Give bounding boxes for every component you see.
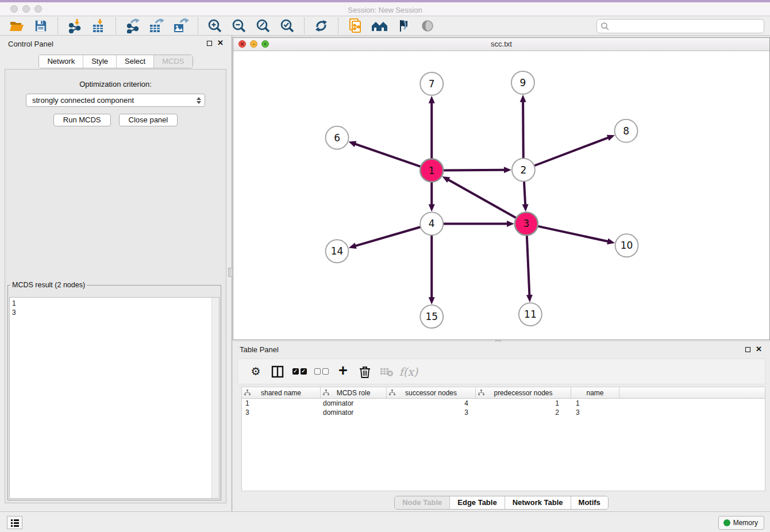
tab-style[interactable]: Style [83,55,117,68]
tab-node-table[interactable]: Node Table [395,496,450,509]
unselect-all-columns-icon[interactable] [311,363,331,380]
graph-edge-3-1[interactable] [448,179,516,218]
zoom-selected-icon[interactable] [279,17,296,34]
export-table-icon[interactable] [148,17,165,34]
svg-text:9: 9 [520,77,526,88]
delete-column-icon[interactable] [355,363,375,380]
graph-edge-3-10[interactable] [537,226,609,242]
select-stepper-icon [197,97,201,104]
graph-edge-arrow-icon [607,135,615,141]
graph-node-11[interactable]: 11 [519,303,542,326]
graph-edge-2-8[interactable] [534,137,609,165]
graph-edge-1-2[interactable] [443,170,505,171]
table-row[interactable]: 3dominator323 [242,408,765,417]
column-header-MCDS-role[interactable]: MCDS role [321,387,387,398]
zoom-out-icon[interactable] [230,17,248,34]
graph-edge-arrow-icon [504,167,511,173]
function-builder-icon[interactable]: f(x) [399,363,418,380]
tab-select[interactable]: Select [117,55,154,68]
graph-node-15[interactable]: 15 [420,305,443,328]
graphics-details-icon[interactable] [395,17,412,34]
application-window: Session: New Session Control [0,0,770,532]
graph-node-7[interactable]: 7 [420,72,443,95]
graph-edge-2-9[interactable] [523,101,523,159]
select-all-columns-icon[interactable]: ✓✓ [290,363,309,380]
table-cell[interactable]: 3 [387,408,476,417]
graph-edge-arrow-icon [526,295,533,302]
tab-network[interactable]: Network [39,55,83,68]
column-header-shared-name[interactable]: shared name [242,387,321,398]
search-input[interactable] [610,21,764,32]
optimization-select[interactable]: strongly connected component [26,94,205,107]
graph-node-2[interactable]: 2 [512,159,535,182]
tab-mcds[interactable]: MCDS [154,55,192,68]
search-field[interactable] [596,19,764,33]
graph-node-3[interactable]: 3 [515,212,538,235]
mcds-result-box[interactable]: 1 3 [9,297,220,499]
close-table-panel-icon[interactable]: ✕ [756,345,762,353]
export-network-icon[interactable] [124,17,141,34]
graph-edge-1-6[interactable] [355,144,421,167]
run-mcds-button[interactable]: Run MCDS [53,114,111,126]
graph-node-14[interactable]: 14 [326,240,349,263]
float-panel-icon[interactable] [207,41,212,46]
refresh-icon[interactable] [313,17,330,34]
graph-node-10[interactable]: 10 [615,234,638,257]
create-column-icon[interactable]: + [333,363,353,380]
list-icon [10,519,20,527]
graph-edge-arrow-icon [522,204,529,211]
task-history-button[interactable] [7,516,22,529]
graph-edge-arrow-icon [429,96,435,103]
graph-node-6[interactable]: 6 [326,126,349,149]
first-neighbors-icon[interactable] [371,17,388,34]
table-cell[interactable]: 4 [387,399,476,408]
graph-node-8[interactable]: 8 [615,119,638,142]
open-session-icon[interactable] [8,17,25,34]
main-toolbar [0,17,770,36]
graph-edge-3-11[interactable] [527,235,530,296]
float-table-panel-icon[interactable] [745,347,750,352]
table-cell[interactable]: 1 [571,399,619,408]
network-canvas[interactable]: 7968124314101511 [233,51,769,340]
svg-text:10: 10 [621,240,633,251]
table-cell[interactable]: 1 [242,399,321,408]
show-columns-icon[interactable] [268,363,287,380]
graph-node-9[interactable]: 9 [511,71,534,94]
zoom-in-icon[interactable] [206,17,224,34]
tab-edge-table[interactable]: Edge Table [450,496,505,509]
table-cell[interactable]: 2 [476,408,571,417]
import-table-icon[interactable] [90,17,107,34]
column-header-successor-nodes[interactable]: successor nodes [387,387,476,398]
svg-text:14: 14 [331,245,344,257]
birdseye-view-icon[interactable] [419,17,436,34]
delete-table-icon[interactable] [377,363,396,380]
close-panel-button[interactable]: Close panel [119,114,178,126]
table-toolbar: ⚙ ✓✓ + f(x) [237,358,765,384]
table-row[interactable]: 1dominator411 [242,399,765,408]
graph-edge-2-3[interactable] [524,182,525,206]
network-titlebar[interactable]: ✕ − + scc.txt [233,38,769,51]
column-header-name[interactable]: name [571,387,619,398]
graph-edge-4-14[interactable] [355,227,421,246]
save-session-icon[interactable] [32,17,49,34]
close-panel-icon[interactable]: ✕ [217,38,224,47]
tab-network-table[interactable]: Network Table [505,496,571,509]
export-image-icon[interactable] [172,17,190,34]
svg-text:7: 7 [429,78,435,90]
zoom-fit-icon[interactable] [255,17,272,34]
clone-network-icon[interactable] [346,17,364,34]
tab-motifs[interactable]: Motifs [571,496,608,509]
control-panel: Control Panel ✕ NetworkStyleSelectMCDS O… [0,36,232,511]
table-cell[interactable]: 3 [571,408,619,417]
table-cell[interactable]: 3 [242,408,321,417]
table-cell[interactable]: dominator [321,408,387,417]
graph-node-4[interactable]: 4 [420,212,443,235]
table-cell[interactable]: dominator [321,399,387,408]
graph-node-1[interactable]: 1 [420,159,443,182]
column-header-predecessor-nodes[interactable]: predecessor nodes [476,387,571,398]
table-cell[interactable]: 1 [476,399,571,408]
result-scrollbar[interactable] [211,298,219,498]
memory-button[interactable]: Memory [718,516,764,530]
import-network-icon[interactable] [66,17,83,34]
table-settings-icon[interactable]: ⚙ [246,363,265,380]
